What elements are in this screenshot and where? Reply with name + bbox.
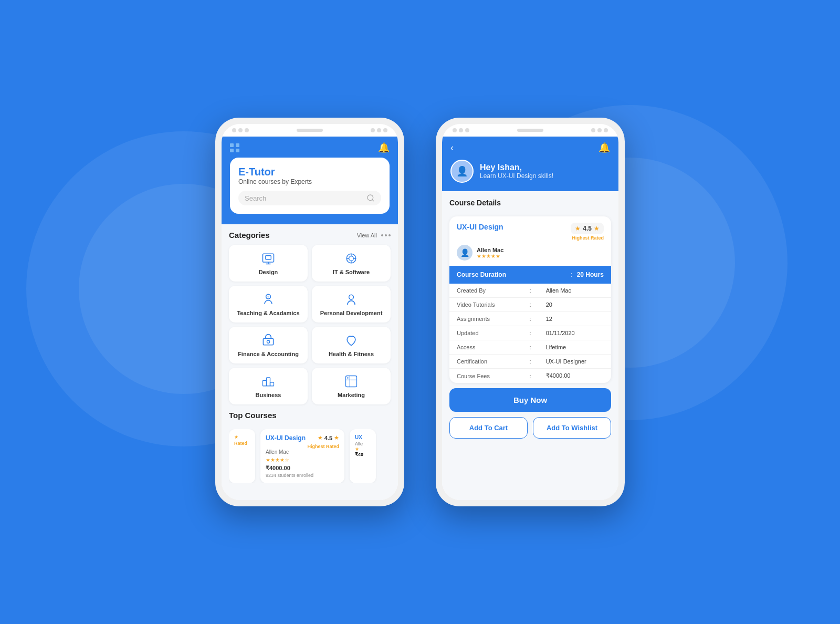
grid-dot: [230, 143, 234, 147]
app-subtitle: Online courses by Experts: [238, 178, 381, 185]
course-details-table: Created By : Allen Mac Video Tutorials :…: [449, 284, 611, 383]
rating-star: ★: [575, 225, 581, 232]
detail-rating-block: ★ 4.5 ★ Highest Rated: [571, 223, 604, 241]
course-author: Allen Mac: [266, 449, 339, 455]
phone1-body: Categories View All: [222, 224, 398, 500]
category-card-personal[interactable]: Personal Development: [312, 286, 391, 323]
rating-box: ★ 4.5 ★: [571, 223, 604, 234]
svg-point-0: [368, 195, 373, 201]
table-colon: :: [522, 355, 539, 369]
svg-rect-3: [266, 256, 271, 259]
phone-1-screen: 🔔 E-Tutor Online courses by Experts Sear…: [222, 124, 398, 500]
category-card-it[interactable]: IT & Software: [312, 245, 391, 282]
category-card-teaching[interactable]: Teaching & Acadamics: [229, 286, 308, 323]
phone2-body: Course Details UX-UI Design ★ 4.5 ★: [442, 191, 618, 500]
cam-dots-left: [232, 128, 249, 132]
buy-now-button[interactable]: Buy Now: [449, 388, 611, 412]
table-label: Course Fees: [449, 369, 522, 383]
categories-title: Categories: [229, 231, 270, 240]
instructor-stars: ★★★★★: [477, 253, 503, 259]
category-card-business[interactable]: Business: [229, 368, 308, 404]
search-bar[interactable]: Search: [238, 191, 381, 205]
svg-rect-19: [270, 382, 274, 386]
svg-rect-2: [263, 254, 274, 262]
category-card-finance[interactable]: Finance & Accounting: [229, 327, 308, 363]
category-label-business: Business: [256, 392, 281, 398]
highest-rated-label: Highest Rated: [266, 444, 339, 449]
phone1-header-top: 🔔: [230, 142, 390, 153]
table-colon: :: [522, 340, 539, 355]
course-enrolled: 9234 students enrolled: [266, 473, 339, 478]
phone-2-cam-area: [442, 124, 618, 137]
phone2-content: ‹ 🔔 👤 Hey Ishan, Learn UX-UI Design skil…: [442, 137, 618, 500]
dots-menu[interactable]: [381, 234, 391, 236]
grid-dot: [230, 149, 234, 152]
marketing-icon: [344, 374, 359, 389]
category-card-marketing[interactable]: Marketing: [312, 368, 391, 404]
view-all-label[interactable]: View All: [357, 232, 377, 238]
course-card-partial-left[interactable]: ★ Rated: [229, 429, 255, 483]
user-avatar: 👤: [450, 160, 474, 183]
grid-menu-icon[interactable]: [230, 143, 239, 152]
category-label-design: Design: [259, 269, 278, 275]
notification-bell-icon[interactable]: 🔔: [598, 142, 610, 153]
detail-table-row: Course Fees : ₹4000.00: [449, 369, 611, 383]
rating-star-2: ★: [594, 225, 600, 232]
greeting-name: Hey Ishan,: [480, 163, 553, 172]
greeting-subtitle: Learn UX-UI Design skills!: [480, 172, 553, 180]
design-icon: [261, 251, 276, 266]
detail-table-row: Certification : UX-UI Designer: [449, 355, 611, 369]
grid-dot: [236, 149, 239, 152]
course-card-partial-right[interactable]: UX Alle ★ ₹40: [350, 429, 376, 483]
instructor-avatar: 👤: [457, 245, 472, 261]
author-partial: Alle: [355, 441, 371, 446]
svg-point-7: [349, 256, 354, 261]
detail-instructor: 👤 Allen Mac ★★★★★: [449, 245, 611, 266]
course-title: UX-UI Design: [266, 434, 306, 442]
cam-dots-left: [453, 128, 469, 132]
category-card-health[interactable]: Health & Fitness: [312, 327, 391, 363]
category-label-health: Health & Fitness: [329, 351, 374, 357]
add-to-cart-button[interactable]: Add To Cart: [449, 417, 528, 439]
table-colon: :: [522, 369, 539, 383]
cam-dot: [383, 128, 387, 132]
duration-colon: :: [571, 271, 572, 278]
detail-table-row: Access : Lifetime: [449, 340, 611, 355]
business-icon: [261, 374, 276, 389]
price-partial: ₹40: [355, 452, 371, 457]
add-to-wishlist-button[interactable]: Add To Wishlist: [533, 417, 611, 439]
back-button[interactable]: ‹: [450, 142, 454, 153]
phone1-content: 🔔 E-Tutor Online courses by Experts Sear…: [222, 137, 398, 500]
phone-2-screen: ‹ 🔔 👤 Hey Ishan, Learn UX-UI Design skil…: [442, 124, 618, 500]
detail-table-row: Created By : Allen Mac: [449, 284, 611, 298]
table-colon: :: [522, 284, 539, 298]
cam-speaker: [517, 129, 543, 132]
categories-grid: Design IT & Sof: [229, 245, 391, 404]
star-icon: ★: [334, 434, 339, 441]
cam-dots-right: [591, 128, 608, 132]
category-label-finance: Finance & Accounting: [238, 351, 299, 357]
course-card-ux-ui[interactable]: UX-UI Design ★ 4.5 ★ Highest Rated Allen…: [260, 429, 344, 483]
dot: [381, 234, 383, 236]
phone2-header: ‹ 🔔 👤 Hey Ishan, Learn UX-UI Design skil…: [442, 137, 618, 191]
cam-dot: [459, 128, 463, 132]
personal-dev-icon: [344, 292, 359, 307]
header-white-card: E-Tutor Online courses by Experts Search: [230, 158, 390, 214]
table-colon: :: [522, 312, 539, 326]
cam-dot: [591, 128, 595, 132]
notification-bell-icon[interactable]: 🔔: [378, 142, 390, 153]
table-colon: :: [522, 298, 539, 312]
cam-dot: [377, 128, 381, 132]
category-card-design[interactable]: Design: [229, 245, 308, 282]
dot: [385, 234, 387, 236]
table-label: Assignments: [449, 312, 522, 326]
cam-dot: [465, 128, 469, 132]
phones-container: 🔔 E-Tutor Online courses by Experts Sear…: [215, 118, 625, 506]
cam-dot: [371, 128, 375, 132]
cam-dot: [604, 128, 608, 132]
dot: [388, 234, 391, 236]
top-courses-header: Top Courses: [229, 411, 391, 424]
categories-section-header: Categories View All: [229, 231, 391, 240]
top-courses-title: Top Courses: [229, 411, 277, 420]
cam-dot: [245, 128, 249, 132]
